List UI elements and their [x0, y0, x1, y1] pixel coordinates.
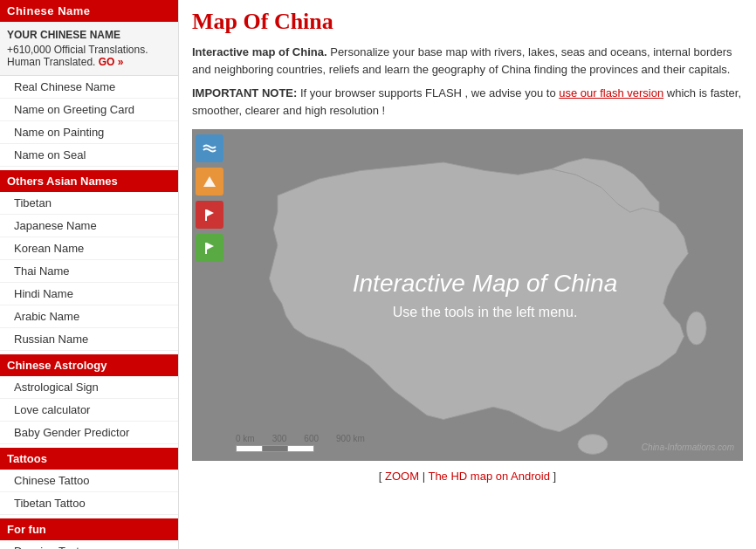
flash-link[interactable]: use our flash version [559, 86, 663, 100]
water-icon [202, 141, 217, 156]
note-paragraph: IMPORTANT NOTE: If your browser supports… [192, 85, 743, 119]
relief-toggle-button[interactable] [196, 168, 223, 196]
sidebar: Chinese Name YOUR CHINESE NAME +610,000 … [0, 0, 179, 549]
sidebar-item-seal[interactable]: Name on Seal [0, 144, 178, 167]
count-value: +610,000 Official Translations. Human Tr… [7, 44, 148, 68]
svg-rect-3 [205, 243, 207, 254]
scale-seg-3 [288, 446, 313, 451]
sidebar-item-japanese[interactable]: Japanese Name [0, 215, 178, 237]
count-text: +610,000 Official Translations. Human Tr… [7, 44, 171, 68]
scale-600: 600 [304, 434, 319, 443]
map-subtitle: Use the tools in the left menu. [393, 305, 578, 320]
fun-title: For fun [0, 518, 178, 540]
sidebar-item-baby-gender[interactable]: Baby Gender Predictor [0, 422, 178, 444]
flag-toggle-button[interactable] [196, 234, 223, 262]
svg-marker-2 [207, 209, 214, 216]
tattoos-title: Tattoos [0, 448, 178, 470]
scale-300: 300 [272, 434, 287, 443]
svg-marker-0 [203, 176, 216, 187]
zoom-bracket-close: ] [553, 470, 557, 483]
svg-marker-4 [207, 243, 214, 250]
water-toggle-button[interactable] [196, 134, 223, 162]
mountain-icon [202, 174, 217, 189]
astrology-title: Chinese Astrology [0, 354, 178, 376]
map-display: Interactive Map of China Use the tools i… [227, 129, 743, 461]
flag-green-icon [202, 240, 217, 256]
scale-seg-2 [263, 446, 289, 451]
svg-point-5 [686, 312, 706, 345]
other-asian-title: Others Asian Names [0, 170, 178, 192]
sidebar-item-russian[interactable]: Russian Name [0, 328, 178, 351]
sidebar-item-korean[interactable]: Korean Name [0, 237, 178, 260]
sidebar-item-tibetan[interactable]: Tibetan [0, 192, 178, 215]
watermark: China-Informations.com [642, 443, 734, 452]
scale-bar-area: 0 km 300 600 900 km [236, 434, 365, 452]
sidebar-item-chinese-tattoo[interactable]: Chinese Tattoo [0, 470, 178, 492]
page-title: Map Of China [192, 9, 743, 35]
sidebar-item-thai[interactable]: Thai Name [0, 260, 178, 283]
hd-map-link[interactable]: The HD map on Android [428, 470, 549, 483]
sidebar-item-astro-sign[interactable]: Astrological Sign [0, 376, 178, 399]
note-body: If your browser supports FLASH , we advi… [300, 86, 559, 100]
borders-toggle-button[interactable] [196, 201, 223, 229]
sidebar-item-hindi[interactable]: Hindi Name [0, 283, 178, 305]
svg-point-6 [578, 435, 608, 455]
svg-rect-1 [205, 209, 207, 221]
sidebar-item-painting[interactable]: Name on Painting [0, 121, 178, 144]
scale-labels: 0 km 300 600 900 km [236, 434, 365, 443]
zoom-bracket-open: [ [379, 470, 382, 483]
sidebar-item-love-calc[interactable]: Love calculator [0, 399, 178, 422]
zoom-link[interactable]: ZOOM [385, 470, 419, 483]
sidebar-item-real-chinese-name[interactable]: Real Chinese Name [0, 76, 178, 99]
intro-bold: Interactive map of China. [192, 45, 327, 58]
scale-seg-1 [237, 446, 263, 451]
map-toolbar [192, 129, 227, 461]
zoom-links: [ ZOOM | The HD map on Android ] [192, 470, 743, 483]
main-content: Map Of China Interactive map of China. P… [179, 0, 756, 549]
sidebar-item-tibetan-tattoo[interactable]: Tibetan Tattoo [0, 492, 178, 515]
sidebar-item-arabic[interactable]: Arabic Name [0, 305, 178, 328]
scale-graphic [236, 445, 314, 452]
note-bold: IMPORTANT NOTE: [192, 86, 297, 100]
intro-paragraph: Interactive map of China. Personalize yo… [192, 44, 743, 78]
sidebar-item-drawing-text[interactable]: Drawing Text [0, 540, 178, 549]
flag-red-icon [202, 207, 217, 223]
map-container: Interactive Map of China Use the tools i… [192, 129, 743, 461]
sidebar-item-greeting-card[interactable]: Name on Greeting Card [0, 99, 178, 121]
your-name-label: YOUR CHINESE NAME [7, 29, 171, 41]
sidebar-header: Chinese Name [0, 0, 178, 22]
scale-900: 900 km [336, 434, 365, 443]
your-name-section: YOUR CHINESE NAME +610,000 Official Tran… [0, 22, 178, 76]
go-link[interactable]: GO » [99, 56, 124, 68]
scale-0: 0 km [236, 434, 255, 443]
map-title: Interactive Map of China [353, 270, 618, 298]
